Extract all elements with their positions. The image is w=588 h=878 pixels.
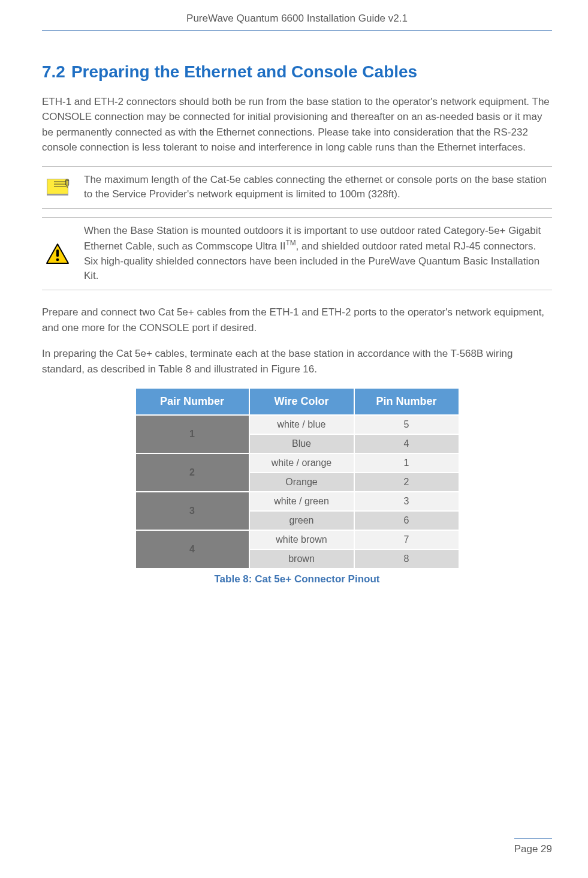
table-row: 2 white / orange 1 [135,453,459,473]
section-title: Preparing the Ethernet and Console Cable… [71,62,417,81]
doc-title: PureWave Quantum 6600 Installation Guide… [186,13,408,24]
table-caption: Table 8: Cat 5e+ Connector Pinout [42,572,552,587]
note-callout: The maximum length of the Cat-5e cables … [42,166,552,209]
note-icon [43,179,72,196]
cell-pair: 3 [135,492,249,530]
warning-callout: When the Base Station is mounted outdoor… [42,217,552,290]
cell-pin: 2 [354,473,459,492]
cell-pin: 8 [354,549,459,569]
svg-point-2 [56,258,59,261]
cell-wire: white / blue [249,415,354,434]
table-header-row: Pair Number Wire Color Pin Number [135,388,459,415]
table-row: 3 white / green 3 [135,492,459,511]
intro-paragraph: ETH-1 and ETH-2 connectors should both b… [42,94,552,155]
cell-pin: 6 [354,511,459,530]
th-pin: Pin Number [354,388,459,415]
cell-wire: Blue [249,434,354,453]
section-heading: 7.2Preparing the Ethernet and Console Ca… [42,59,552,85]
warning-icon [43,243,72,264]
page-number: Page 29 [514,843,552,855]
cell-wire: green [249,511,354,530]
note-text: The maximum length of the Cat-5e cables … [84,173,552,202]
th-wire: Wire Color [249,388,354,415]
page-footer: Page 29 [514,838,552,857]
cell-pin: 5 [354,415,459,434]
table-body: 1 white / blue 5 Blue 4 2 white / orange… [135,415,459,569]
pinout-table: Pair Number Wire Color Pin Number 1 whit… [135,387,460,569]
svg-rect-1 [56,249,59,257]
cell-wire: white brown [249,530,354,549]
table-row: 1 white / blue 5 [135,415,459,434]
section-number: 7.2 [42,62,65,81]
cell-pin: 3 [354,492,459,511]
paragraph-prepare: Prepare and connect two Cat 5e+ cables f… [42,305,552,335]
cell-pin: 7 [354,530,459,549]
cell-wire: white / green [249,492,354,511]
cell-pair: 1 [135,415,249,453]
th-pair: Pair Number [135,388,249,415]
cell-wire: brown [249,549,354,569]
paragraph-wiring: In preparing the Cat 5e+ cables, termina… [42,346,552,377]
trademark-superscript: TM [285,239,295,247]
cell-wire: Orange [249,473,354,492]
cell-pin: 4 [354,434,459,453]
cell-wire: white / orange [249,453,354,473]
cell-pair: 4 [135,530,249,569]
cell-pair: 2 [135,453,249,492]
page-header: PureWave Quantum 6600 Installation Guide… [42,11,552,31]
warning-text: When the Base Station is mounted outdoor… [84,224,552,284]
table-row: 4 white brown 7 [135,530,459,549]
cell-pin: 1 [354,453,459,473]
